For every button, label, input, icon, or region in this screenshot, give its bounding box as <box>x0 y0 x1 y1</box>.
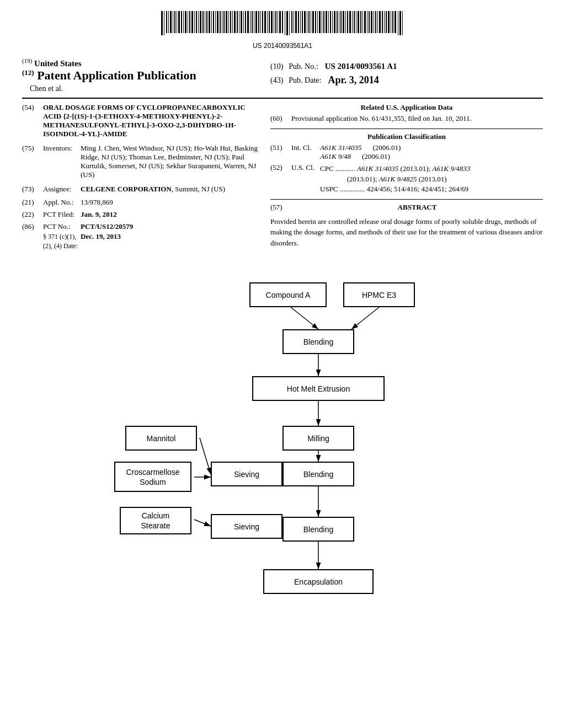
int-cl-label: Int. Cl. <box>291 143 320 161</box>
svg-rect-48 <box>264 11 266 33</box>
svg-rect-11 <box>185 11 186 33</box>
svg-rect-50 <box>269 11 270 33</box>
barcode-image <box>150 10 415 39</box>
uspc-line: USPC .............. 424/456; 514/416; 42… <box>320 185 543 194</box>
svg-rect-18 <box>200 11 201 33</box>
svg-rect-108 <box>395 11 396 33</box>
svg-rect-31 <box>228 11 229 33</box>
int-cl-num: (51) <box>270 143 291 161</box>
svg-rect-101 <box>379 11 381 33</box>
svg-rect-56 <box>282 11 283 33</box>
svg-rect-21 <box>206 11 207 33</box>
blending2-box: Blending <box>282 462 354 486</box>
abstract-title: ABSTRACT <box>291 203 543 212</box>
svg-rect-87 <box>349 11 351 33</box>
compound-a-box: Compound A <box>249 282 327 307</box>
svg-rect-80 <box>334 11 335 33</box>
svg-rect-40 <box>247 11 249 33</box>
us-cl-num: (52) <box>270 163 291 194</box>
svg-rect-72 <box>317 11 318 33</box>
svg-rect-66 <box>304 11 306 33</box>
svg-rect-0 <box>161 11 163 35</box>
svg-rect-83 <box>340 11 342 33</box>
pub-date-num: (43) <box>270 76 283 85</box>
field-75-num: (75) <box>22 144 43 179</box>
svg-rect-110 <box>399 11 401 35</box>
field-75-label: Inventors: <box>43 144 81 179</box>
abstract-divider <box>270 199 543 200</box>
svg-rect-74 <box>322 11 322 33</box>
svg-rect-32 <box>230 11 231 33</box>
svg-rect-107 <box>392 11 393 33</box>
svg-rect-29 <box>223 11 225 33</box>
field-54-value: ORAL DOSAGE FORMS OF CYCLOPROPANECARBOXY… <box>43 103 259 138</box>
svg-rect-75 <box>323 11 324 33</box>
int-cl-entry-1: A61K 31/4035 (2006.01) <box>320 143 543 152</box>
svg-rect-19 <box>202 11 204 33</box>
svg-rect-36 <box>239 11 239 33</box>
svg-rect-4 <box>170 11 172 33</box>
svg-rect-85 <box>345 11 346 33</box>
svg-rect-95 <box>367 11 367 33</box>
int-cl-entry-2: A61K 9/48 (2006.01) <box>320 152 543 161</box>
hpmc-e3-box: HPMC E3 <box>343 282 415 307</box>
pub-no-num: (10) <box>270 62 283 71</box>
svg-rect-70 <box>312 11 314 33</box>
svg-rect-68 <box>308 11 310 33</box>
calcium-stearate-box: CalciumStearate <box>120 507 191 534</box>
abstract-num: (57) <box>270 203 291 214</box>
field-22-value: Jan. 9, 2012 <box>81 210 259 219</box>
field-21-value: 13/978,869 <box>81 198 259 207</box>
field-54-num: (54) <box>22 103 43 138</box>
patent-number: US 20140093561A1 <box>0 42 565 50</box>
blending1-box: Blending <box>282 329 354 354</box>
int-cl-values: A61K 31/4035 (2006.01) A61K 9/48 (2006.0… <box>320 143 543 161</box>
svg-rect-37 <box>241 11 242 33</box>
svg-rect-51 <box>271 11 273 33</box>
field-22-label: PCT Filed: <box>43 210 81 219</box>
svg-rect-35 <box>237 11 238 33</box>
svg-rect-44 <box>255 11 257 33</box>
int-cl-date-2: (2006.01) <box>362 152 390 161</box>
svg-rect-45 <box>258 11 259 33</box>
barcode-section: US 20140093561A1 <box>0 0 565 52</box>
related-app-field: (60) Provisional application No. 61/431,… <box>270 114 543 123</box>
svg-rect-10 <box>183 11 184 33</box>
svg-rect-20 <box>205 11 205 33</box>
svg-rect-64 <box>300 11 301 33</box>
milling-box: Milling <box>282 426 354 451</box>
country-name: United States <box>34 59 81 68</box>
svg-rect-25 <box>215 11 216 33</box>
pub-no-label: Pub. No.: <box>289 62 318 71</box>
svg-rect-52 <box>274 11 274 33</box>
svg-rect-38 <box>243 11 244 33</box>
field-371: § 371 (c)(1),(2), (4) Date: Dec. 19, 201… <box>22 232 259 251</box>
field-75-value: Ming J. Chen, West Windsor, NJ (US); Ho-… <box>81 144 259 179</box>
svg-rect-53 <box>275 11 276 33</box>
svg-rect-88 <box>352 11 353 33</box>
svg-rect-30 <box>226 11 227 33</box>
svg-rect-102 <box>382 11 383 33</box>
svg-rect-59 <box>289 11 290 35</box>
svg-rect-26 <box>217 11 218 33</box>
field-371-label: § 371 (c)(1),(2), (4) Date: <box>43 232 81 251</box>
svg-rect-33 <box>232 11 233 33</box>
us-cl-values: CPC ........... A61K 31/4035 (2013.01); … <box>320 163 543 194</box>
field-86-num: (86) <box>22 222 43 231</box>
svg-line-117 <box>200 438 211 474</box>
pub-date-line: (43) Pub. Date: Apr. 3, 2014 <box>270 74 543 86</box>
classification-divider <box>270 129 543 129</box>
svg-rect-54 <box>278 11 278 33</box>
field-371-value: Dec. 19, 2013 <box>81 232 259 251</box>
inventors-header-line: Chen et al. <box>22 84 254 93</box>
svg-rect-6 <box>174 11 175 33</box>
svg-rect-94 <box>364 11 366 33</box>
svg-rect-49 <box>267 11 268 33</box>
svg-rect-79 <box>332 11 333 33</box>
svg-rect-8 <box>178 11 180 33</box>
svg-rect-99 <box>375 11 376 33</box>
svg-rect-111 <box>402 11 403 35</box>
us-cl-label: U.S. Cl. <box>291 163 320 194</box>
svg-rect-9 <box>181 11 182 33</box>
svg-rect-17 <box>198 11 199 33</box>
